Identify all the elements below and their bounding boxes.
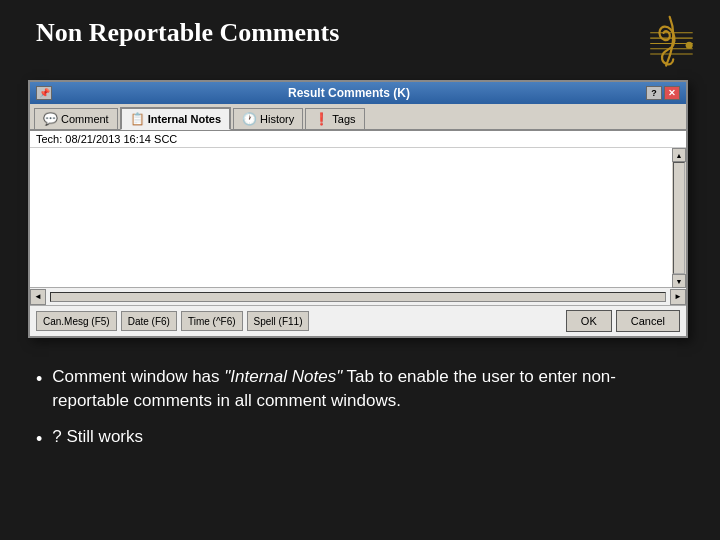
- scroll-left-button[interactable]: ◄: [30, 289, 46, 305]
- spell-button[interactable]: Spell (F11): [247, 311, 310, 331]
- scroll-track[interactable]: [673, 162, 685, 274]
- tab-history[interactable]: 🕐 History: [233, 108, 303, 129]
- time-button[interactable]: Time (^F6): [181, 311, 243, 331]
- highlight-internal-notes: "Internal Notes": [224, 367, 342, 386]
- sticky-icon: 📌: [36, 86, 52, 100]
- tab-comment-label: Comment: [61, 113, 109, 125]
- bullet-dot-1: •: [36, 367, 42, 392]
- treble-clef-decoration: [646, 8, 706, 68]
- titlebar-right-buttons[interactable]: ? ✕: [646, 86, 680, 100]
- tab-tags[interactable]: ❗ Tags: [305, 108, 364, 129]
- horizontal-scrollbar[interactable]: ◄ ►: [30, 288, 686, 306]
- vertical-scrollbar[interactable]: ▲ ▼: [672, 148, 686, 288]
- tabs-row: 💬 Comment 📋 Internal Notes 🕐 History ❗ T…: [30, 104, 686, 131]
- ok-button[interactable]: OK: [566, 310, 612, 332]
- bullet-item-1: • Comment window has "Internal Notes" Ta…: [36, 365, 676, 413]
- cancel-button[interactable]: Cancel: [616, 310, 680, 332]
- scroll-down-button[interactable]: ▼: [672, 274, 686, 288]
- scroll-right-button[interactable]: ►: [670, 289, 686, 305]
- can-mesg-button[interactable]: Can.Mesg (F5): [36, 311, 117, 331]
- tab-comment[interactable]: 💬 Comment: [34, 108, 118, 129]
- hscroll-track[interactable]: [50, 292, 666, 302]
- comment-textarea[interactable]: ​: [30, 148, 672, 288]
- help-button[interactable]: ?: [646, 86, 662, 100]
- bullet-item-2: • ? Still works: [36, 425, 676, 452]
- close-button[interactable]: ✕: [664, 86, 680, 100]
- page-title: Non Reportable Comments: [36, 18, 339, 48]
- dialog-titlebar: 📌 Result Comments (K) ? ✕: [30, 82, 686, 104]
- textarea-container: ​ ▲ ▼: [30, 148, 686, 288]
- tags-tab-icon: ❗: [314, 112, 329, 126]
- dialog-title: Result Comments (K): [52, 86, 646, 100]
- result-comments-dialog: 📌 Result Comments (K) ? ✕ 💬 Comment 📋 In…: [28, 80, 688, 338]
- bullet-dot-2: •: [36, 427, 42, 452]
- titlebar-left-buttons: 📌: [36, 86, 52, 100]
- tab-internal-notes[interactable]: 📋 Internal Notes: [120, 107, 231, 130]
- bullets-section: • Comment window has "Internal Notes" Ta…: [36, 365, 676, 464]
- scroll-up-button[interactable]: ▲: [672, 148, 686, 162]
- internal-notes-tab-icon: 📋: [130, 112, 145, 126]
- svg-point-5: [686, 42, 693, 49]
- tab-tags-label: Tags: [332, 113, 355, 125]
- button-bar: Can.Mesg (F5) Date (F6) Time (^F6) Spell…: [30, 306, 686, 336]
- tech-line: Tech: 08/21/2013 16:14 SCC: [30, 131, 686, 148]
- tab-internal-notes-label: Internal Notes: [148, 113, 221, 125]
- tab-history-label: History: [260, 113, 294, 125]
- bullet-text-1: Comment window has "Internal Notes" Tab …: [52, 365, 676, 413]
- history-tab-icon: 🕐: [242, 112, 257, 126]
- bullet-text-2: ? Still works: [52, 425, 143, 449]
- date-button[interactable]: Date (F6): [121, 311, 177, 331]
- comment-tab-icon: 💬: [43, 112, 58, 126]
